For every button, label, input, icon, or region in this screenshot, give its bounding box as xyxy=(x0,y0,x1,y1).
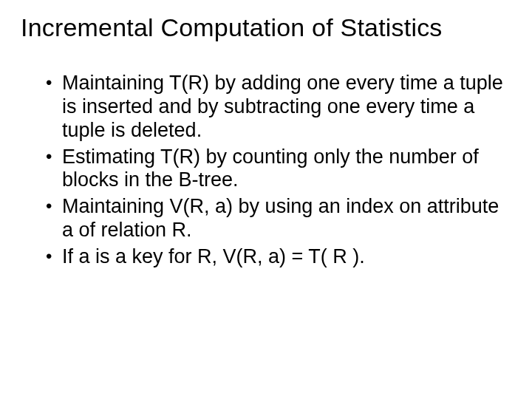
slide-title: Incremental Computation of Statistics xyxy=(21,13,511,42)
slide: Incremental Computation of Statistics Ma… xyxy=(0,0,532,399)
list-item: If a is a key for R, V(R, a) = T( R ). xyxy=(46,245,504,269)
list-item: Maintaining V(R, a) by using an index on… xyxy=(46,195,504,242)
list-item: Maintaining T(R) by adding one every tim… xyxy=(46,72,504,143)
list-item: Estimating T(R) by counting only the num… xyxy=(46,146,504,193)
bullet-list: Maintaining T(R) by adding one every tim… xyxy=(21,72,511,269)
